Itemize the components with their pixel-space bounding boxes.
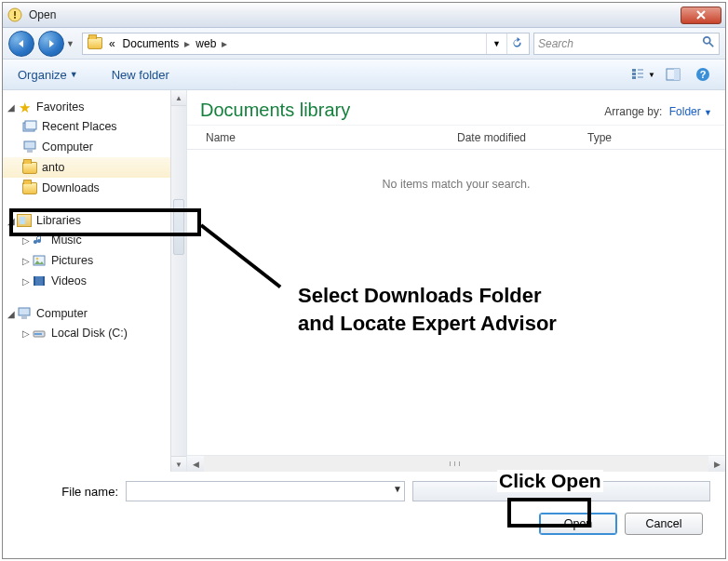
arrange-by: Arrange by: Folder ▼ <box>604 105 712 118</box>
svg-rect-7 <box>632 76 636 79</box>
computer-group: ◢ Computer ▷ Local Disk (C:) <box>3 304 171 343</box>
window-title: Open <box>29 8 681 21</box>
scroll-up-button[interactable]: ▲ <box>171 90 186 106</box>
caret-icon: ▷ <box>21 235 31 246</box>
svg-rect-5 <box>632 69 636 72</box>
breadcrumb-prefix: « <box>105 37 119 50</box>
search-icon <box>702 35 715 51</box>
forward-button[interactable] <box>38 31 64 57</box>
svg-rect-17 <box>24 141 35 149</box>
open-dialog: Open ▼ « Documents ▸ web ▸ ▼ Search <box>2 2 726 559</box>
file-name-label: File name: <box>34 485 118 499</box>
svg-rect-23 <box>43 276 45 286</box>
svg-point-3 <box>704 37 710 44</box>
search-placeholder: Search <box>538 37 573 50</box>
column-type[interactable]: Type <box>587 131 725 144</box>
star-icon: ★ <box>16 100 33 114</box>
close-button[interactable] <box>681 7 721 24</box>
svg-rect-16 <box>25 121 36 129</box>
address-dropdown[interactable]: ▼ <box>486 33 506 54</box>
svg-rect-24 <box>19 308 30 315</box>
sidebar-item-videos[interactable]: ▷ Videos <box>3 271 171 291</box>
toolbar: Organize ▼ New folder ▼ ? <box>3 60 725 90</box>
svg-text:?: ? <box>700 69 707 80</box>
svg-rect-22 <box>34 276 35 286</box>
column-name[interactable]: Name <box>206 131 457 144</box>
scroll-left-button[interactable]: ◀ <box>187 456 204 472</box>
navigation-pane: ◢ ★ Favorites Recent Places Computer <box>3 90 187 472</box>
file-name-input[interactable]: ▼ <box>126 481 405 501</box>
svg-rect-12 <box>674 69 680 80</box>
caret-icon: ▷ <box>21 276 31 287</box>
recent-places-icon <box>21 119 38 134</box>
annotation-click-open-text: Click Open <box>497 470 603 492</box>
sidebar-item-anto[interactable]: anto <box>3 157 171 178</box>
computer-header[interactable]: ◢ Computer <box>3 304 171 323</box>
svg-rect-6 <box>632 73 636 75</box>
back-button[interactable] <box>8 31 34 57</box>
svg-rect-27 <box>34 333 42 335</box>
favorites-header[interactable]: ◢ ★ Favorites <box>3 98 171 116</box>
column-headers: Name Date modified Type <box>187 126 725 150</box>
preview-pane-button[interactable] <box>660 63 686 86</box>
horizontal-scrollbar[interactable]: ◀ III ▶ <box>187 455 725 472</box>
nav-bar: ▼ « Documents ▸ web ▸ ▼ Search <box>3 28 725 60</box>
new-folder-button[interactable]: New folder <box>106 64 175 86</box>
breadcrumb-web[interactable]: web <box>192 37 220 50</box>
computer-icon <box>16 306 33 321</box>
title-bar: Open <box>3 3 725 28</box>
breadcrumb-documents[interactable]: Documents <box>119 37 183 50</box>
annotation-downloads-text: Select Downloads Folder and Locate Exper… <box>298 282 557 337</box>
chevron-right-icon[interactable]: ▸ <box>220 37 229 50</box>
caret-icon: ▷ <box>21 256 31 266</box>
pictures-icon <box>31 253 47 268</box>
caret-icon: ▷ <box>21 328 31 339</box>
svg-rect-25 <box>21 316 27 319</box>
disk-icon <box>31 326 47 341</box>
nav-history-dropdown[interactable]: ▼ <box>66 39 74 48</box>
svg-rect-2 <box>14 17 16 19</box>
annotation-downloads-highlight <box>9 208 201 236</box>
caret-icon: ◢ <box>7 309 16 319</box>
scroll-right-button[interactable]: ▶ <box>708 456 725 472</box>
address-bar[interactable]: « Documents ▸ web ▸ ▼ <box>82 33 530 55</box>
help-button[interactable]: ? <box>690 63 716 86</box>
sidebar-item-pictures[interactable]: ▷ Pictures <box>3 250 171 271</box>
sidebar-item-recent-places[interactable]: Recent Places <box>3 116 171 137</box>
scroll-track[interactable]: III <box>204 456 708 472</box>
computer-icon <box>21 140 38 154</box>
caret-icon: ◢ <box>7 102 16 113</box>
videos-icon <box>31 274 47 288</box>
chevron-down-icon: ▼ <box>704 108 712 117</box>
svg-line-4 <box>709 43 713 47</box>
sidebar-scrollbar[interactable]: ▲ ▼ <box>170 90 186 472</box>
svg-point-20 <box>36 258 39 260</box>
refresh-button[interactable] <box>506 33 527 54</box>
view-options-button[interactable]: ▼ <box>630 63 656 86</box>
chevron-right-icon[interactable]: ▸ <box>182 37 192 50</box>
scroll-down-button[interactable]: ▼ <box>171 456 186 472</box>
chevron-down-icon: ▼ <box>70 70 78 79</box>
search-input[interactable]: Search <box>533 33 720 55</box>
column-date[interactable]: Date modified <box>457 131 587 144</box>
sidebar-item-downloads[interactable]: Downloads <box>3 178 171 198</box>
chevron-down-icon: ▼ <box>648 71 655 79</box>
organize-menu[interactable]: Organize ▼ <box>12 64 84 86</box>
sidebar-item-local-disk-c[interactable]: ▷ Local Disk (C:) <box>3 323 171 343</box>
cancel-button[interactable]: Cancel <box>625 513 703 535</box>
open-dialog-icon <box>7 7 23 23</box>
file-list-pane: Documents library Arrange by: Folder ▼ N… <box>187 90 725 472</box>
favorites-group: ◢ ★ Favorites Recent Places Computer <box>3 98 171 198</box>
folder-icon <box>21 160 38 175</box>
folder-icon <box>21 180 38 195</box>
folder-icon <box>87 35 103 52</box>
arrange-by-dropdown[interactable]: Folder ▼ <box>669 105 712 118</box>
chevron-down-icon[interactable]: ▼ <box>393 484 402 494</box>
empty-message: No items match your search. <box>187 178 725 191</box>
svg-rect-18 <box>27 150 33 153</box>
scroll-track[interactable] <box>171 106 186 456</box>
dialog-footer: File name: ▼ Open Cancel <box>3 472 725 546</box>
sidebar-item-computer[interactable]: Computer <box>3 137 171 157</box>
annotation-open-highlight <box>507 498 591 528</box>
svg-rect-1 <box>14 11 16 16</box>
